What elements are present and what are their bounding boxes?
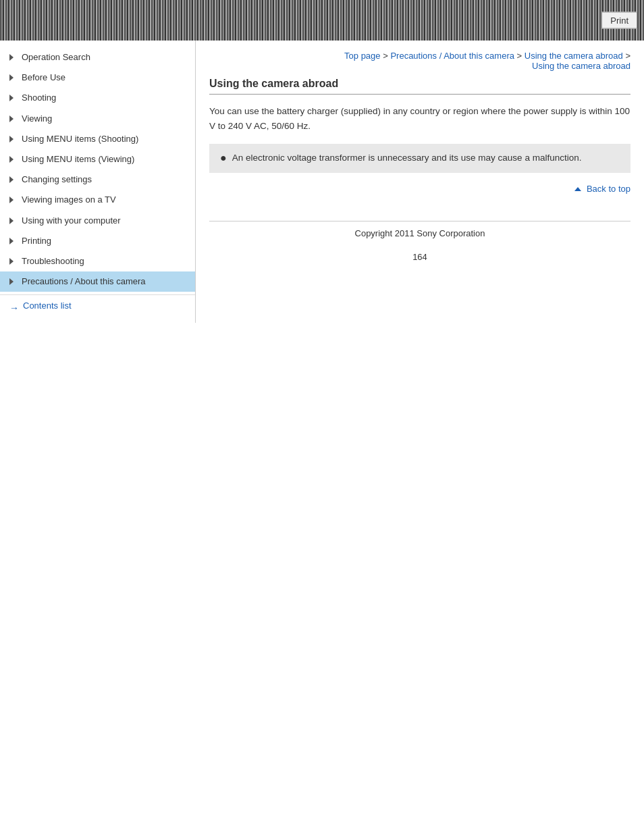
breadcrumb-separator-3: > [625,51,630,61]
arrow-right-icon [9,303,19,309]
sidebar: Operation Search Before Use Shooting Vie… [0,41,196,323]
arrow-icon [9,217,16,224]
sidebar-item-troubleshooting[interactable]: Troubleshooting [0,251,195,271]
sidebar-item-label: Troubleshooting [22,255,84,267]
content-area: Top page > Precautions / About this came… [196,41,644,323]
breadcrumb-using-camera-abroad[interactable]: Using the camera abroad [525,51,623,61]
breadcrumb-separator-1: > [383,51,390,61]
sidebar-item-using-menu-shooting[interactable]: Using MENU items (Shooting) [0,129,195,149]
note-box: ● An electronic voltage transformer is u… [209,144,630,172]
arrow-icon [9,54,16,61]
arrow-icon [9,115,16,122]
contents-list-link[interactable]: Contents list [0,294,195,316]
header-stripe: Print [0,0,644,41]
footer: Copyright 2011 Sony Corporation [209,221,630,245]
arrow-icon [9,156,16,163]
sidebar-item-label: Using MENU items (Shooting) [22,133,138,145]
breadcrumb-using-camera-abroad-2[interactable]: Using the camera abroad [532,61,630,71]
sidebar-item-viewing[interactable]: Viewing [0,109,195,129]
arrow-icon [9,136,16,142]
page-title: Using the camera abroad [209,78,630,95]
sidebar-item-before-use[interactable]: Before Use [0,68,195,88]
sidebar-item-label: Changing settings [22,174,92,186]
note-text: An electronic voltage transformer is unn… [232,151,582,165]
sidebar-item-label: Before Use [22,72,65,84]
bullet-dot-icon: ● [220,151,227,165]
arrow-icon [9,278,16,285]
sidebar-item-label: Viewing [22,113,52,125]
sidebar-item-label: Viewing images on a TV [22,194,116,206]
sidebar-item-label: Using with your computer [22,215,121,227]
arrow-icon [9,238,16,244]
breadcrumb-top-page[interactable]: Top page [344,51,381,61]
arrow-icon [9,176,16,183]
arrow-icon [9,95,16,101]
sidebar-item-operation-search[interactable]: Operation Search [0,47,195,68]
sidebar-item-shooting[interactable]: Shooting [0,88,195,108]
sidebar-item-label: Operation Search [22,51,90,63]
page-number: 164 [209,245,630,269]
sidebar-item-label: Using MENU items (Viewing) [22,153,134,165]
sidebar-item-printing[interactable]: Printing [0,231,195,251]
sidebar-item-precautions[interactable]: Precautions / About this camera [0,271,195,292]
arrow-icon [9,258,16,265]
arrow-icon [9,74,16,81]
sidebar-item-viewing-images-tv[interactable]: Viewing images on a TV [0,190,195,210]
sidebar-item-label: Printing [22,235,51,247]
body-text: You can use the battery charger (supplie… [209,104,630,133]
print-button[interactable]: Print [601,12,637,29]
back-to-top-link[interactable]: Back to top [209,184,630,194]
triangle-up-icon [574,187,581,191]
sidebar-item-label: Shooting [22,92,56,104]
back-to-top-label: Back to top [587,184,630,194]
sidebar-item-using-computer[interactable]: Using with your computer [0,211,195,231]
breadcrumb-separator-2: > [517,51,525,61]
main-container: Operation Search Before Use Shooting Vie… [0,41,644,323]
sidebar-item-label: Precautions / About this camera [22,276,146,288]
arrow-icon [9,197,16,203]
copyright-text: Copyright 2011 Sony Corporation [355,228,485,238]
note-bullet: ● An electronic voltage transformer is u… [220,151,620,165]
contents-list-label: Contents list [23,301,72,311]
sidebar-item-changing-settings[interactable]: Changing settings [0,170,195,190]
breadcrumb: Top page > Precautions / About this came… [209,47,630,71]
sidebar-item-using-menu-viewing[interactable]: Using MENU items (Viewing) [0,149,195,170]
breadcrumb-precautions[interactable]: Precautions / About this camera [390,51,514,61]
